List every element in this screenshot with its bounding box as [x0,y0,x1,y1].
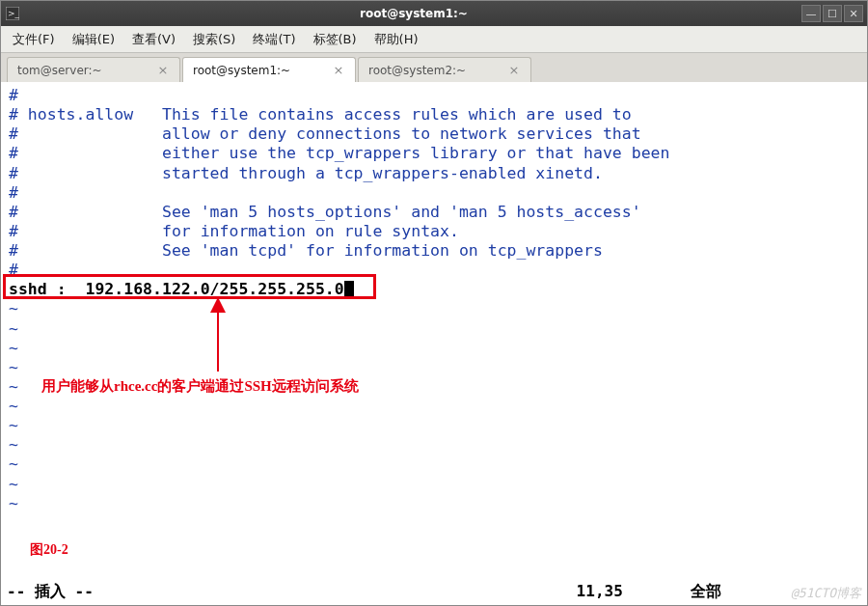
tab-label: root@system2:~ [368,64,507,77]
file-line: # either use the tcp_wrappers library or… [9,144,859,163]
vim-tilde: ~ [9,397,859,416]
tab-root-system1[interactable]: root@system1:~ × [182,57,356,82]
close-icon[interactable]: × [507,64,521,77]
tab-root-system2[interactable]: root@system2:~ × [358,57,531,82]
window-controls: — ☐ ✕ [801,5,863,22]
vim-tilde: ~ [9,475,859,494]
vim-tilde: ~ [9,358,859,377]
svg-text:>_: >_ [8,9,19,18]
menu-search[interactable]: 搜索(S) [187,28,241,51]
file-line: # [9,86,859,105]
file-line: # [9,261,859,280]
rule-text: sshd : 192.168.122.0/255.255.255.0 [9,280,344,298]
vim-mode: -- 插入 -- [7,582,392,601]
close-icon[interactable]: × [156,64,170,77]
file-line: # See 'man tcpd' for information on tcp_… [9,241,859,261]
close-button[interactable]: ✕ [844,5,863,22]
maximize-button[interactable]: ☐ [823,5,842,22]
terminal-content[interactable]: # # hosts.allow This file contains acces… [1,82,867,605]
menu-terminal[interactable]: 终端(T) [247,28,301,51]
tabbar: tom@server:~ × root@system1:~ × root@sys… [1,53,867,82]
minimize-button[interactable]: — [801,5,821,22]
vim-tilde: ~ [9,494,859,513]
titlebar[interactable]: >_ root@system1:~ — ☐ ✕ [1,1,867,26]
file-line: # for information on rule syntax. [9,222,859,241]
rule-line: sshd : 192.168.122.0/255.255.255.0 [9,280,859,299]
cursor-icon [344,281,354,298]
figure-label: 图20-2 [30,541,68,558]
file-line: # allow or deny connections to network s… [9,124,859,144]
file-line: # [9,183,859,203]
vim-position: 11,35 [392,582,691,601]
tab-label: root@system1:~ [193,64,332,77]
window-title: root@system1:~ [26,7,801,20]
vim-tilde: ~ [9,299,859,318]
vim-statusbar: -- 插入 -- 11,35 全部 [1,582,867,605]
menu-tabs[interactable]: 标签(B) [308,28,363,51]
menu-help[interactable]: 帮助(H) [368,28,424,51]
terminal-window: >_ root@system1:~ — ☐ ✕ 文件(F) 编辑(E) 查看(V… [0,0,868,606]
menu-view[interactable]: 查看(V) [126,28,181,51]
file-line: # started through a tcp_wrappers-enabled… [9,164,859,183]
vim-tilde: ~ [9,435,859,454]
vim-tilde: ~ [9,416,859,435]
file-line: # See 'man 5 hosts_options' and 'man 5 h… [9,203,859,222]
menubar: 文件(F) 编辑(E) 查看(V) 搜索(S) 终端(T) 标签(B) 帮助(H… [1,26,867,53]
close-icon[interactable]: × [332,64,345,77]
menu-file[interactable]: 文件(F) [7,28,61,51]
tab-tom-server[interactable]: tom@server:~ × [7,57,180,82]
tab-label: tom@server:~ [17,64,156,77]
file-line: # hosts.allow This file contains access … [9,105,859,124]
vim-tilde: ~ [9,454,859,474]
vim-tilde: ~ [9,339,859,358]
vim-percent: 全部 [691,582,861,601]
terminal-icon: >_ [5,6,20,21]
vim-tilde: ~ [9,377,859,397]
menu-edit[interactable]: 编辑(E) [67,28,121,51]
vim-tilde: ~ [9,319,859,339]
